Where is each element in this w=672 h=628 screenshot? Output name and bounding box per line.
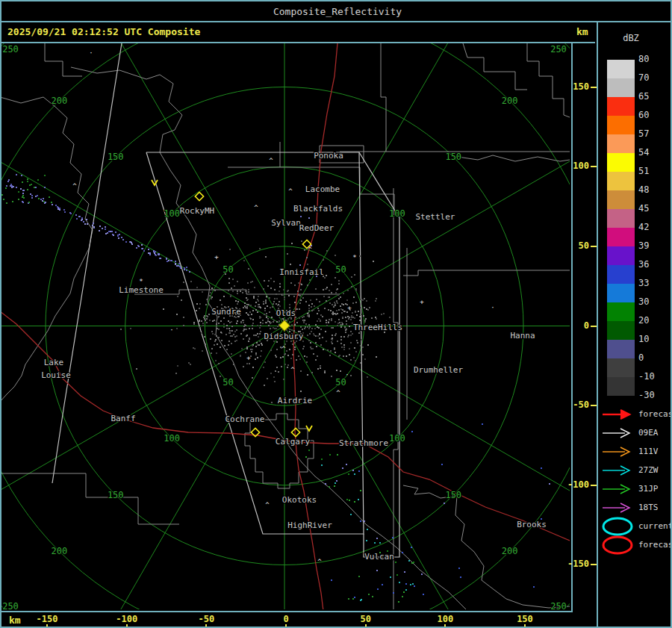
dbz-scale-label: 70	[638, 72, 668, 83]
legend-panel: dBZ 807065605754514845423936333020100-10…	[598, 22, 672, 628]
ring-distance-label: 100	[164, 433, 180, 444]
city-label-vulcan: Vulcan	[364, 552, 394, 562]
echo-speckles	[120, 243, 391, 403]
bottom-axis-tick	[524, 624, 526, 628]
bottom-axis-unit-label: km	[9, 615, 21, 626]
city-label-calgary: Calgary	[276, 437, 311, 447]
city-label-blackfalds: Blackfalds	[293, 204, 343, 214]
radar-map-viewport[interactable]: 5050505010010010010015015015015020020020…	[1, 43, 573, 612]
right-axis-tick-label: -150	[567, 559, 589, 569]
dbz-scale-label: 33	[638, 278, 668, 288]
ring-distance-label: 250	[550, 44, 567, 55]
ring-distance-label: 150	[108, 152, 124, 162]
dbz-band-swatch	[607, 78, 635, 97]
dbz-scale-label: 39	[638, 240, 668, 251]
track-legend-label: 09EA	[638, 428, 659, 438]
right-axis-tick	[591, 87, 597, 88]
bottom-axis-tick	[285, 624, 287, 628]
station-marker: ^	[72, 182, 77, 190]
right-axis-tick	[591, 405, 597, 406]
bottom-axis: km -150-100-50050100150	[1, 612, 597, 628]
station-marker: ^	[290, 366, 295, 373]
ring-distance-label: 50	[335, 264, 346, 275]
dbz-band-swatch	[607, 302, 635, 321]
city-label-ponoka: Ponoka	[314, 151, 343, 161]
dbz-band-swatch	[607, 265, 635, 284]
dbz-band-swatch	[607, 60, 635, 78]
bottom-axis-tick	[444, 624, 446, 628]
dbz-band-swatch	[607, 209, 635, 228]
bottom-axis-tick-label: -150	[37, 614, 58, 624]
bottom-axis-tick-label: -100	[116, 614, 137, 624]
bottom-axis-tick	[205, 624, 207, 628]
ring-distance-label: 100	[389, 433, 405, 444]
right-axis-tick	[591, 166, 597, 167]
city-label-okotoks: Okotoks	[282, 495, 317, 505]
city-label-louise: Louise	[41, 370, 71, 380]
station-marker: ^	[281, 345, 286, 352]
map-boundary-line	[393, 188, 398, 609]
bottom-axis-tick-label: 100	[437, 614, 453, 624]
radar-map-canvas: 5050505010010010010015015015015020020020…	[1, 43, 570, 609]
window-titlebar: Composite_Reflectivity	[1, 1, 672, 22]
track-legend-label: 111V	[638, 447, 659, 456]
echo-speckles	[10, 184, 190, 273]
right-axis-tick	[591, 326, 597, 327]
map-boundary-line	[245, 414, 314, 488]
city-label-sylvan: Sylvan	[271, 218, 301, 228]
radar-site-marker[interactable]	[279, 320, 290, 331]
info-bar: 2025/09/21 02:12:52 UTC Composite	[1, 22, 595, 43]
dbz-band-swatch	[607, 321, 635, 340]
city-label-cochrane: Cochrane	[225, 414, 265, 424]
station-marker: ^	[336, 389, 340, 397]
track-ellipse-icon	[600, 534, 635, 556]
right-axis-tick	[591, 246, 597, 247]
station-marker: *	[139, 278, 143, 285]
city-label-threehills: ThreeHills	[353, 323, 402, 332]
station-marker: *	[352, 254, 356, 261]
city-label-brooks: Brooks	[517, 520, 547, 529]
station-marker: ·	[169, 326, 173, 334]
range-spoke	[284, 326, 516, 610]
map-boundary-line	[1, 473, 179, 524]
range-spoke	[53, 43, 284, 326]
station-marker: +	[420, 298, 424, 305]
right-axis-tick-label: 0	[584, 320, 589, 331]
station-marker: ^	[254, 204, 258, 211]
dbz-scale-label: 20	[638, 315, 668, 326]
city-label-lake: Lake	[44, 358, 64, 367]
ring-distance-label: 150	[445, 490, 461, 500]
ring-distance-label: 200	[51, 546, 67, 556]
dbz-band-swatch	[607, 190, 635, 209]
city-label-strathmore: Strathmore	[339, 438, 388, 448]
dbz-scale-label: 42	[638, 222, 668, 232]
ring-distance-label: 250	[2, 44, 19, 55]
city-label-lacombe: Lacombe	[305, 184, 340, 194]
city-label-limestone: Limestone	[119, 285, 164, 295]
city-label-banff: Banff	[111, 414, 135, 423]
city-label-olds: Olds	[276, 308, 296, 318]
bottom-axis-tick-label: 150	[517, 614, 533, 624]
radar-viewer-window: Composite_Reflectivity 2025/09/21 02:12:…	[0, 0, 672, 628]
dbz-band-swatch	[607, 246, 635, 265]
right-axis-tick-label: 50	[579, 240, 589, 251]
dbz-scale-label: -30	[638, 390, 668, 400]
station-marker: ^	[288, 187, 293, 195]
dbz-band-swatch	[607, 340, 635, 358]
track-legend-label: current	[638, 521, 672, 531]
station-marker: ^	[265, 501, 270, 509]
map-boundary-line	[1, 97, 93, 402]
city-label-didsbury: Didsbury	[264, 332, 304, 341]
track-legend-label: 27ZW	[638, 465, 659, 475]
station-marker: ·	[345, 371, 349, 379]
station-marker: ^	[308, 246, 312, 253]
range-spoke	[53, 326, 284, 610]
station-marker: +	[246, 354, 251, 361]
dbz-band-swatch	[607, 284, 635, 302]
ring-distance-label: 50	[223, 264, 233, 275]
map-boundary-line	[403, 485, 570, 608]
map-boundary-line	[381, 43, 386, 152]
track-legend-label: forecast	[638, 540, 672, 550]
bottom-axis-tick	[126, 624, 128, 628]
city-label-innisfail: Innisfail	[279, 267, 324, 277]
